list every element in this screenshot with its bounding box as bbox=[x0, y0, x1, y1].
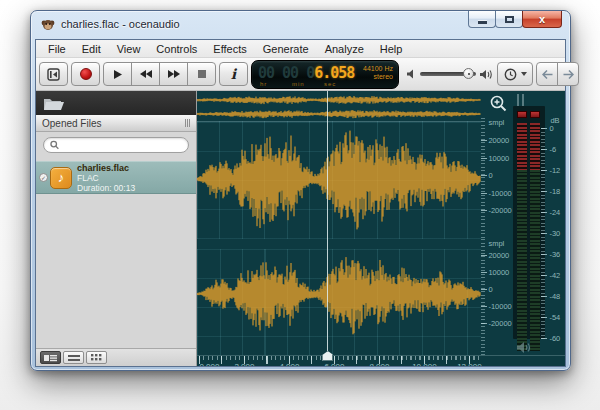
close-button[interactable]: x bbox=[522, 11, 562, 28]
view-detail-button[interactable] bbox=[40, 351, 61, 364]
db-label: -36 bbox=[549, 250, 560, 259]
view-mode-bar bbox=[36, 348, 196, 366]
menu-file[interactable]: File bbox=[40, 41, 74, 57]
file-duration: Duration: 00:13 bbox=[77, 183, 135, 193]
file-check-icon[interactable]: ✓ bbox=[39, 173, 48, 182]
info-button[interactable]: i bbox=[219, 62, 248, 86]
db-label: -60 bbox=[549, 334, 560, 343]
rewind-icon bbox=[139, 69, 153, 79]
amplitude-label: 20000 bbox=[488, 136, 509, 145]
clip-indicator-right bbox=[530, 111, 540, 118]
file-row[interactable]: ✓ ♪ charlies.flac FLAC Duration: 00:13 bbox=[36, 161, 196, 194]
meter-column-right bbox=[530, 123, 540, 351]
view-list-button[interactable] bbox=[63, 351, 84, 364]
search-area bbox=[36, 132, 196, 159]
overview-waveform-right[interactable] bbox=[197, 108, 481, 120]
volume-slider[interactable] bbox=[420, 72, 476, 76]
maximize-button[interactable] bbox=[495, 11, 523, 28]
time-display: 00 00 06.058 hr min sec 44100 Hz stereo bbox=[251, 60, 399, 89]
folder-icon[interactable] bbox=[43, 95, 65, 112]
history-group bbox=[536, 62, 579, 86]
record-timer-button[interactable] bbox=[497, 62, 533, 86]
file-meta: charlies.flac FLAC Duration: 00:13 bbox=[77, 163, 135, 193]
grid-view-icon bbox=[91, 354, 102, 362]
amplitude-label: 10000 bbox=[488, 268, 509, 277]
sidebar: Opened Files ✓ ♪ charlies.flac bbox=[36, 91, 197, 366]
menu-analyze[interactable]: Analyze bbox=[317, 41, 372, 57]
panel-grip-icon[interactable] bbox=[185, 119, 190, 127]
db-label: 0 bbox=[549, 124, 553, 133]
time-digits-current: 6.058 bbox=[314, 64, 354, 82]
panel-header: Opened Files bbox=[36, 115, 196, 132]
amplitude-label: -10000 bbox=[488, 302, 511, 311]
time-label: 0.000 bbox=[199, 362, 219, 366]
time-label: 8.000 bbox=[369, 362, 389, 366]
title-bar[interactable]: charlies.flac - ocenaudio x bbox=[31, 11, 570, 39]
playhead-line[interactable] bbox=[327, 91, 328, 355]
search-box bbox=[43, 137, 189, 153]
time-units: hr min sec bbox=[260, 81, 356, 87]
sidebar-tab-bar bbox=[36, 91, 196, 115]
format-info: 44100 Hz stereo bbox=[363, 65, 393, 81]
db-label: -48 bbox=[549, 292, 560, 301]
menu-help[interactable]: Help bbox=[372, 41, 411, 57]
client-area: File Edit View Controls Effects Generate… bbox=[35, 39, 566, 367]
amplitude-unit: smpl bbox=[488, 118, 504, 127]
menu-controls[interactable]: Controls bbox=[148, 41, 205, 57]
amplitude-label: 0 bbox=[488, 285, 492, 294]
menu-generate[interactable]: Generate bbox=[255, 41, 317, 57]
record-icon bbox=[80, 68, 92, 80]
stop-button[interactable] bbox=[187, 62, 216, 86]
record-button[interactable] bbox=[71, 62, 100, 86]
fast-forward-icon bbox=[167, 69, 181, 79]
back-button[interactable] bbox=[536, 62, 558, 86]
file-list: ✓ ♪ charlies.flac FLAC Duration: 00:13 bbox=[36, 159, 196, 348]
time-label: 2.000 bbox=[234, 362, 254, 366]
amplitude-label: -20000 bbox=[488, 319, 511, 328]
rewind-button[interactable] bbox=[131, 62, 160, 86]
view-grid-button[interactable] bbox=[86, 351, 107, 364]
waveform-editor[interactable]: smpl 20000100000-10000-20000 smpl 200001… bbox=[197, 91, 565, 366]
overview-waveform-left[interactable] bbox=[197, 94, 481, 106]
channel-2-waveform[interactable] bbox=[197, 249, 481, 355]
menu-view[interactable]: View bbox=[109, 41, 149, 57]
amplitude-label: 0 bbox=[488, 171, 492, 180]
amplitude-ticks bbox=[481, 239, 485, 355]
app-window: charlies.flac - ocenaudio x File Edit Vi… bbox=[30, 10, 571, 371]
menu-effects[interactable]: Effects bbox=[205, 41, 254, 57]
minimize-button[interactable] bbox=[468, 11, 496, 28]
search-icon bbox=[50, 140, 59, 150]
forward-button[interactable] bbox=[557, 62, 579, 86]
sample-rate: 44100 Hz bbox=[363, 65, 393, 73]
close-icon: x bbox=[539, 14, 545, 25]
info-icon: i bbox=[231, 66, 236, 82]
arrow-right-icon bbox=[563, 70, 574, 79]
time-label: 4.000 bbox=[279, 362, 299, 366]
clock-icon bbox=[504, 68, 517, 81]
db-label: -54 bbox=[549, 313, 560, 322]
maximize-icon bbox=[505, 16, 514, 23]
play-button[interactable] bbox=[103, 62, 132, 86]
db-label: -6 bbox=[549, 145, 556, 154]
time-label: 6.000 bbox=[324, 362, 344, 366]
audio-file-icon: ♪ bbox=[50, 167, 72, 189]
volume-high-icon bbox=[480, 69, 493, 80]
volume-slider-knob[interactable] bbox=[463, 68, 474, 79]
clip-indicator-left bbox=[517, 111, 527, 118]
menu-bar: File Edit View Controls Effects Generate… bbox=[36, 40, 565, 58]
toggle-sidebar-button[interactable] bbox=[39, 62, 68, 86]
monitor-speaker-icon[interactable] bbox=[517, 341, 533, 354]
toolbar: i 00 00 06.058 hr min sec 44100 Hz stere… bbox=[36, 58, 565, 91]
main-area: Opened Files ✓ ♪ charlies.flac bbox=[36, 91, 565, 366]
time-label: 12.000 bbox=[457, 362, 481, 366]
amplitude-label: -20000 bbox=[488, 206, 511, 215]
menu-edit[interactable]: Edit bbox=[74, 41, 109, 57]
amplitude-ticks bbox=[481, 118, 485, 239]
search-input[interactable] bbox=[59, 140, 182, 150]
amplitude-ruler-channel-1: smpl 20000100000-10000-20000 bbox=[481, 118, 511, 239]
time-digits: 00 00 06.058 bbox=[258, 64, 354, 82]
time-ruler: 0.0002.0004.0006.0008.00010.00012.000 bbox=[197, 355, 565, 366]
fast-forward-button[interactable] bbox=[159, 62, 188, 86]
channel-1-waveform[interactable] bbox=[197, 121, 481, 239]
zoom-in-icon[interactable] bbox=[489, 94, 508, 113]
